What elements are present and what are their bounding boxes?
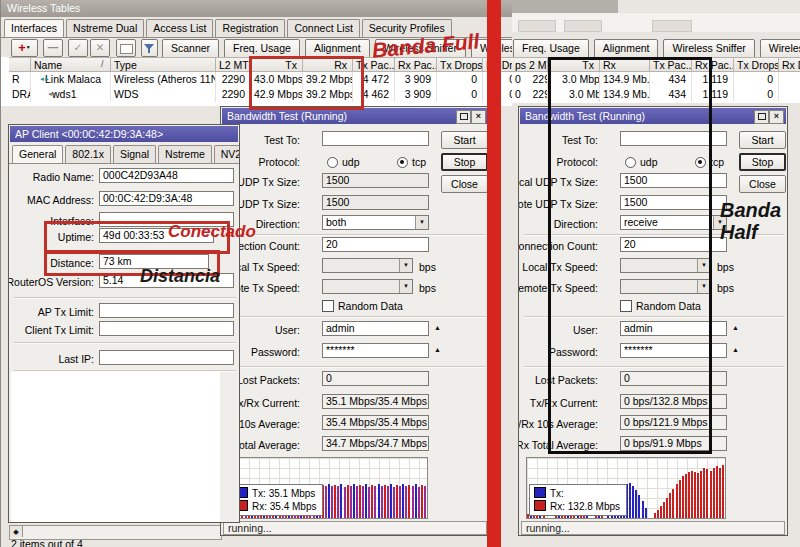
remote-tx-speed-select[interactable]: ▼ <box>322 279 413 294</box>
column-header-tx-drops[interactable]: Tx Drops <box>437 57 483 72</box>
comment-button[interactable] <box>116 39 136 57</box>
direction-select[interactable]: both ▼ <box>322 215 429 230</box>
chart-bar <box>679 480 681 518</box>
chart-bar <box>328 484 330 518</box>
column-header-type[interactable]: Type <box>111 57 216 72</box>
chart-bar <box>682 476 684 518</box>
column-header-item[interactable] <box>9 57 31 72</box>
remove-button[interactable]: — <box>43 39 63 57</box>
tab-general[interactable]: General <box>12 145 63 163</box>
column-header-tx-drops[interactable]: Tx Drops <box>734 57 779 72</box>
user-input[interactable]: admin <box>322 321 429 336</box>
disable-button[interactable]: ✕ <box>90 39 110 57</box>
table-cell: DRA <box>9 87 31 102</box>
chart-bar <box>722 465 724 518</box>
alignment-button[interactable]: Alignment <box>594 39 659 59</box>
close-button[interactable]: × <box>471 110 486 124</box>
tab-signal[interactable]: Signal <box>113 145 156 163</box>
chart-bar <box>697 473 699 518</box>
comment-icon <box>120 44 133 54</box>
column-header-name[interactable]: Name <box>31 57 111 72</box>
filter-button[interactable] <box>141 39 158 57</box>
start-button[interactable]: Start <box>739 131 786 149</box>
column-header-ps-2-mtu[interactable]: ps 2 MTU <box>512 57 548 72</box>
tab-nv2[interactable]: NV2 <box>214 145 240 163</box>
chart-bar <box>654 513 656 518</box>
tab-registration[interactable]: Registration <box>215 19 285 37</box>
scanner-button[interactable]: Scanner <box>162 39 219 59</box>
remote-udp-size-input[interactable]: 1500 <box>322 195 429 210</box>
tab-access-list[interactable]: Access List <box>146 19 213 37</box>
local-udp-size-input[interactable]: 1500 <box>322 173 429 188</box>
chart-bar <box>685 474 687 518</box>
chart-bar <box>405 486 407 518</box>
chart-bar <box>362 486 364 518</box>
chart-bar <box>666 498 668 518</box>
window-title-fragment <box>512 0 618 13</box>
chevron-down-icon[interactable]: ▼ <box>399 280 412 293</box>
close-button[interactable]: × <box>769 110 784 124</box>
throughput-chart: Tx: 35.1 Mbps Rx: 35.4 Mbps <box>228 457 428 519</box>
random-data-checkbox[interactable] <box>322 300 334 312</box>
column-header-rx-d[interactable]: Rx D <box>779 57 800 72</box>
enable-button[interactable]: ✓ <box>68 39 88 57</box>
column-header-l2-mtu[interactable]: L2 MTU <box>216 57 251 72</box>
password-input[interactable]: ******* <box>322 343 429 358</box>
stop-button[interactable]: Stop <box>739 153 786 171</box>
tab-interfaces[interactable]: Interfaces <box>4 19 64 37</box>
test-to-input[interactable] <box>322 131 429 146</box>
x-icon: ✕ <box>96 41 105 53</box>
chevron-up-icon[interactable]: ▲ <box>732 346 739 353</box>
close-dialog-button[interactable]: Close <box>739 175 786 193</box>
sort-indicator[interactable]: / <box>101 59 104 69</box>
freq-usage-button[interactable]: Freq. Usage <box>513 39 589 59</box>
test-to-label: Test To: <box>264 134 300 147</box>
wireless-sniffer-button[interactable]: Wireless Sniffer <box>663 39 754 59</box>
txrx-current-label: Tx/Rx Current: <box>232 397 300 410</box>
table-cell: 2290 <box>216 87 251 102</box>
tab-connect-list[interactable]: Connect List <box>287 19 359 37</box>
chevron-up-icon[interactable]: ▲ <box>434 346 441 353</box>
chevron-up-icon[interactable]: ▲ <box>434 324 441 331</box>
random-data-label: Random Data <box>338 300 403 313</box>
chart-bar <box>384 485 386 518</box>
start-button[interactable]: Start <box>441 131 488 149</box>
mac-address-value: 00:0C:42:D9:3A:48 <box>99 191 234 206</box>
wireless-tables-titlebar[interactable]: Wireless Tables <box>1 0 519 17</box>
tcp-radio[interactable] <box>397 157 408 168</box>
wireless-snooper-button[interactable]: Wireless Snooper <box>760 39 800 59</box>
user-label: User: <box>275 324 300 337</box>
chart-bar <box>688 472 690 518</box>
tx-swatch <box>534 487 546 498</box>
chart-bar <box>418 487 420 518</box>
add-button[interactable]: +▼ <box>11 39 38 57</box>
stop-button[interactable]: Stop <box>441 153 488 171</box>
tab-nstreme[interactable]: Nstreme <box>158 145 212 163</box>
divider <box>226 234 486 236</box>
bps-label: bps <box>419 282 436 295</box>
wireless-tables-tabbar: InterfacesNstreme DualAccess ListRegistr… <box>4 19 454 37</box>
chevron-down-icon[interactable]: ▼ <box>399 259 412 272</box>
window-titlebar[interactable]: AP Client <00:0C:42:D9:3A:48> <box>10 126 238 142</box>
chart-legend: Tx: Rx: 132.8 Mbps <box>529 484 627 516</box>
scroll-left-icon[interactable]: ◆ <box>10 526 23 537</box>
table-cell: Wireless (Atheros 11N) <box>111 72 216 87</box>
window-titlebar[interactable]: Bandwidth Test (Running) × <box>222 108 488 124</box>
chevron-down-icon[interactable]: ▼ <box>415 216 428 229</box>
check-icon: ✓ <box>74 41 83 53</box>
divider <box>14 297 236 299</box>
chevron-up-icon[interactable]: ▲ <box>732 324 739 331</box>
udp-radio[interactable] <box>327 157 338 168</box>
wds-interface-icon: ◄► <box>47 91 57 97</box>
chart-bar <box>325 486 327 518</box>
bps-label: bps <box>717 282 734 295</box>
close-dialog-button[interactable]: Close <box>441 175 488 193</box>
chart-bar <box>387 486 389 518</box>
maximize-button[interactable] <box>456 110 471 124</box>
tab-802-1x[interactable]: 802.1x <box>65 145 111 163</box>
maximize-button[interactable] <box>754 110 769 124</box>
local-tx-speed-select[interactable]: ▼ <box>322 258 413 273</box>
tcp-count-input[interactable]: 20 <box>322 237 429 252</box>
chart-bar <box>672 489 674 518</box>
tab-nstreme-dual[interactable]: Nstreme Dual <box>66 19 144 37</box>
